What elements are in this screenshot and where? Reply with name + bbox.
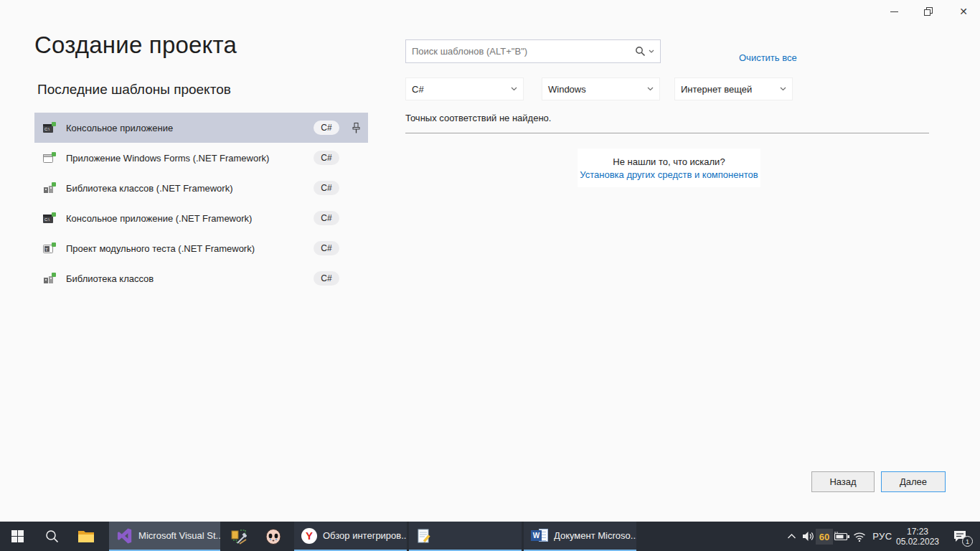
minimize-icon [890,11,898,12]
chevron-down-icon [647,87,654,91]
speaker-icon [802,531,815,542]
taskbar-search-button[interactable] [34,522,69,551]
battery-charging-icon [834,532,850,541]
language-badge: C# [314,241,339,255]
file-explorer-icon [77,529,95,543]
search-input[interactable] [406,40,635,62]
console-app-icon: C:\ [43,122,56,133]
console-app-icon: C:\ [43,212,56,224]
taskbar: Microsoft Visual St... Y [0,522,980,551]
template-name: Приложение Windows Forms (.NET Framework… [66,153,269,164]
clock[interactable]: 17:23 05.02.2023 [895,522,940,551]
not-found-title: Не нашли то, что искали? [613,156,725,167]
taskbar-app-yandex-browser[interactable]: Y Обзор интегриров... [294,522,407,551]
taskbar-app-label: Документ Microso... [554,530,636,541]
taskbar-app-isaac[interactable] [257,522,290,551]
taskbar-app-visual-studio[interactable]: Microsoft Visual St... [109,522,220,551]
search-button[interactable] [635,46,660,57]
yandex-browser-icon: Y [301,528,317,544]
tray-time: 17:23 [907,527,928,537]
template-row-class-library-netfx[interactable]: Библиотека классов (.NET Framework) C# [34,173,368,203]
notification-count-badge: 1 [962,536,973,547]
template-name: Консольное приложение [66,123,173,133]
back-button[interactable]: Назад [811,471,875,492]
screen: ✕ Создание проекта Последние шаблоны про… [0,0,980,551]
keyboard-layout-indicator[interactable]: РУС [870,522,895,551]
template-row-unit-test-netfx[interactable]: T Проект модульного теста (.NET Framewor… [34,233,368,263]
chevron-down-icon [511,87,517,91]
results-separator [405,133,929,133]
file-explorer-button[interactable] [69,522,103,551]
template-row-winforms-app[interactable]: Приложение Windows Forms (.NET Framework… [34,143,368,173]
restore-icon [924,7,933,16]
not-found-box: Не нашли то, что искали? Установка други… [578,149,760,187]
template-name: Консольное приложение (.NET Framework) [66,213,252,224]
minimize-button[interactable] [877,0,910,23]
clear-all-link[interactable]: Очистить все [739,52,797,63]
recent-templates-heading: Последние шаблоны проектов [37,82,231,98]
recent-templates-list: C:\ Консольное приложение C# Приложение … [34,113,368,293]
template-name: Библиотека классов [66,273,154,284]
platform-filter-value: Windows [548,84,586,95]
language-badge: C# [314,151,339,165]
unit-test-icon: T [43,242,56,254]
battery-button[interactable] [832,522,851,551]
start-button[interactable] [0,522,34,551]
platform-filter-dropdown[interactable]: Windows [542,77,660,100]
close-button[interactable]: ✕ [947,0,980,23]
taskbar-app-word[interactable]: W Документ Microso... [524,522,636,551]
project-type-filter-value: Интернет вещей [681,84,752,95]
language-badge: C# [314,211,339,225]
language-badge: C# [314,271,339,286]
taskbar-app-label: Microsoft Visual St... [138,530,220,541]
project-type-filter-dropdown[interactable]: Интернет вещей [674,77,793,100]
taskbar-app-label: Обзор интегриров... [323,530,407,541]
winforms-app-icon [43,152,56,164]
page-title: Создание проекта [34,32,237,59]
wifi-icon [853,532,866,542]
tray-overflow-button[interactable] [783,522,799,551]
template-row-console-app[interactable]: C:\ Консольное приложение C# [34,113,368,143]
language-filter-value: C# [412,84,424,95]
word-icon: W [531,528,548,544]
no-match-message: Точных соответствий не найдено. [405,113,551,123]
tray-date: 05.02.2023 [896,537,939,547]
windows-logo-icon [11,530,24,542]
chevron-down-icon [780,87,786,91]
search-icon [45,529,59,543]
chevron-up-icon [787,533,796,540]
taskbar-app-notepad[interactable] [409,522,522,551]
search-icon [635,46,646,57]
action-center-button[interactable]: 1 [944,522,976,551]
pin-icon [352,123,360,133]
language-badge: C# [314,181,339,195]
svg-text:T: T [45,248,48,252]
battery-percent-indicator[interactable]: 60 [816,529,833,545]
level-editor-icon [231,529,247,545]
create-project-dialog: ✕ Создание проекта Последние шаблоны про… [0,0,980,522]
taskbar-app-level-editor[interactable] [222,522,255,551]
next-button[interactable]: Далее [881,471,946,492]
template-name: Проект модульного теста (.NET Framework) [66,243,255,254]
restore-button[interactable] [912,0,945,23]
template-row-class-library[interactable]: Библиотека классов C# [34,263,368,293]
svg-text:C:\: C:\ [44,127,50,131]
template-name: Библиотека классов (.NET Framework) [66,183,233,194]
svg-text:C:\: C:\ [44,217,50,222]
close-icon: ✕ [959,6,968,17]
visual-studio-icon [116,527,133,545]
isaac-face-icon [265,528,282,545]
language-badge: C# [314,121,339,135]
chevron-down-icon [649,50,654,53]
class-library-icon [43,182,56,194]
network-button[interactable] [851,522,868,551]
notepad-icon [416,528,432,544]
pin-button[interactable] [348,119,364,136]
template-search-box [405,39,661,63]
class-library-icon [43,273,56,284]
language-filter-dropdown[interactable]: C# [405,77,524,100]
install-tools-link[interactable]: Установка других средств и компонентов [580,169,758,180]
template-row-console-app-netfx[interactable]: C:\ Консольное приложение (.NET Framewor… [34,203,368,233]
